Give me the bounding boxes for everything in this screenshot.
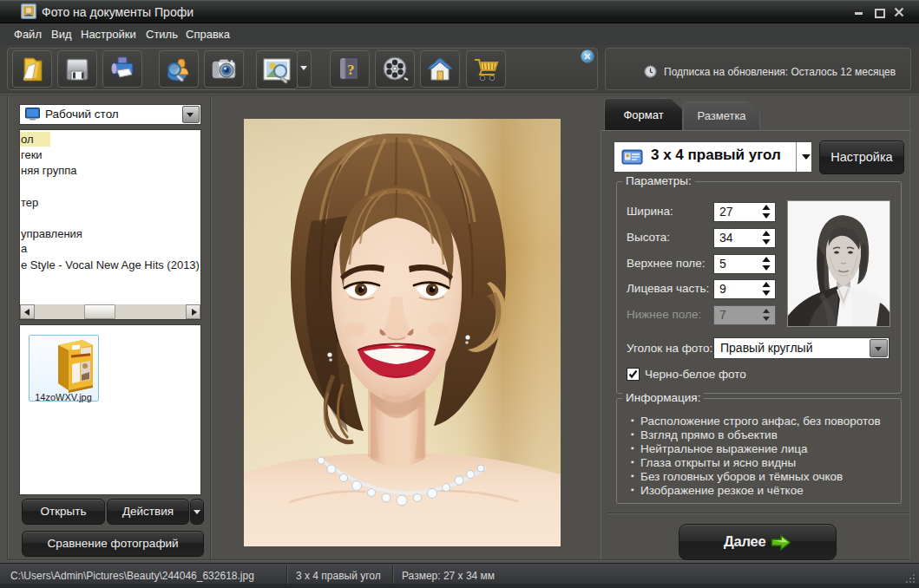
svg-text:?: ? <box>347 62 355 78</box>
